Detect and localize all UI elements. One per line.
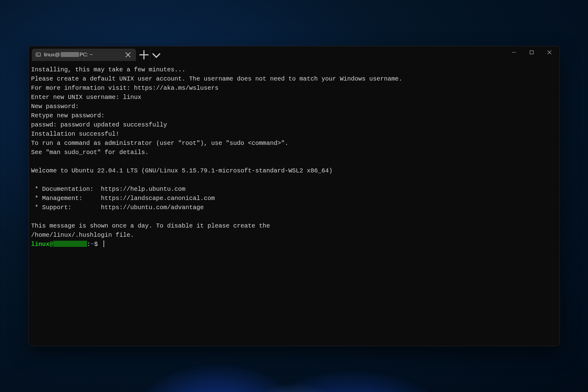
redacted-hostname: [61, 52, 79, 57]
tab-close-button[interactable]: [124, 51, 132, 58]
redacted-hostname-prompt: [53, 241, 87, 247]
window-controls: [505, 46, 558, 58]
terminal-viewport[interactable]: Installing, this may take a few minutes.…: [29, 61, 560, 346]
minimize-button[interactable]: [505, 46, 523, 58]
tab-title-suffix: PC: ~: [80, 52, 93, 58]
maximize-button[interactable]: [523, 46, 541, 58]
svg-rect-0: [36, 53, 40, 56]
new-tab-button[interactable]: [138, 49, 150, 61]
terminal-output[interactable]: Installing, this may take a few minutes.…: [31, 65, 557, 249]
titlebar[interactable]: linux@PC: ~: [29, 46, 560, 61]
desktop-wallpaper: linux@PC: ~: [0, 0, 588, 392]
tab-title-prefix: linux@: [44, 52, 60, 58]
terminal-window: linux@PC: ~: [28, 46, 560, 346]
tab-dropdown-button[interactable]: [150, 49, 162, 61]
cursor: [104, 240, 104, 247]
tab-title: linux@PC: ~: [44, 52, 121, 58]
svg-rect-1: [530, 51, 533, 54]
close-button[interactable]: [541, 46, 558, 58]
terminal-icon: [36, 52, 41, 58]
tab-active[interactable]: linux@PC: ~: [32, 49, 136, 61]
